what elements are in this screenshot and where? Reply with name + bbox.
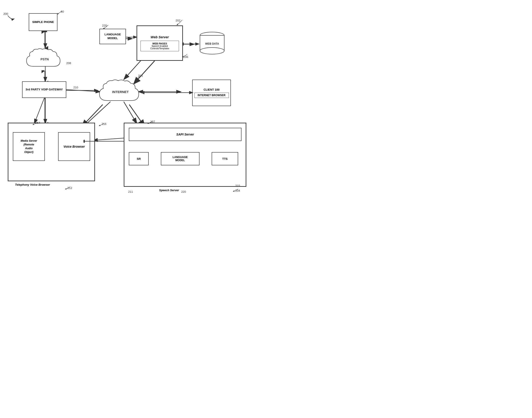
webserver-webdata-arrow — [182, 42, 200, 46]
sr-label: SR — [137, 157, 141, 161]
lm-webserver-arrow — [125, 35, 138, 39]
speech-server-container: SAPI Server SR LANGUAGEMODEL TTS — [124, 123, 246, 187]
ref-207-arrow — [147, 120, 153, 125]
web-server-box: Web Server WEB PAGES Speech Enabled Cont… — [136, 25, 183, 61]
svg-text:INTERNET: INTERNET — [112, 90, 129, 94]
ref-202-arrow — [176, 19, 183, 26]
ref-210: 210 — [73, 86, 78, 89]
voip-gateway-box: 3rd PARTY VOIP GATEWAY — [22, 81, 66, 98]
ref-220-arrow — [102, 24, 110, 30]
speech-server-label: Speech Server — [159, 188, 179, 192]
telephony-label: Telephony Voice Browser — [15, 183, 50, 186]
tts-label: TTS — [222, 157, 228, 161]
pstn-cloud: PSTN — [24, 47, 65, 71]
ref-204-arrow — [232, 188, 238, 193]
ref-206-arrow — [181, 53, 188, 58]
ref-214-arrow — [32, 121, 38, 126]
svg-text:PSTN: PSTN — [40, 58, 49, 61]
ref-220-bottom: 220 — [181, 190, 186, 193]
internet-browser-label: INTERNET BROWSER — [198, 94, 226, 97]
language-model-inner-box: LANGUAGEMODEL — [161, 152, 200, 165]
media-server-box: Media Server(RemoteAudioObject) — [13, 132, 45, 161]
tts-box: TTS — [212, 152, 238, 165]
controls-templates-label: Controls/Templates — [143, 47, 176, 50]
internet-cloud: INTERNET — [97, 79, 144, 105]
sapi-server-box: SAPI Server — [129, 128, 241, 141]
voice-browser-label: Voice Browser — [63, 145, 85, 148]
language-model-inner-label: LANGUAGEMODEL — [172, 156, 188, 162]
ref-200-arrow — [7, 14, 15, 21]
web-data-cylinder: WEB DATA — [199, 31, 225, 55]
voice-browser-box: Voice Browser — [58, 132, 90, 161]
ref-212-arrow — [64, 186, 71, 191]
speech-enabled-label: Speech Enabled — [143, 45, 176, 47]
voip-gateway-label: 3rd PARTY VOIP GATEWAY — [26, 88, 63, 92]
sr-box: SR — [129, 152, 149, 165]
phone-pstn-arrow — [42, 31, 48, 49]
sapi-server-label: SAPI Server — [176, 133, 194, 136]
internet-client-arrow — [143, 90, 193, 95]
web-server-title: Web Server — [151, 35, 169, 39]
voip-internet-arrow — [66, 87, 99, 93]
media-server-label: Media Server(RemoteAudioObject) — [21, 139, 37, 154]
simple-phone-box: SIMPLE PHONE — [29, 13, 57, 31]
language-model-label: LANGUAGE MODEL — [100, 33, 125, 40]
client-100-label: CLIENT 100 — [204, 88, 219, 91]
client-box: CLIENT 100 INTERNET BROWSER — [192, 80, 231, 106]
ref-80-arrow — [56, 10, 63, 15]
ref-216-arrow — [98, 122, 104, 127]
voip-telephony-arrow — [42, 97, 48, 125]
architecture-diagram: 200 SIMPLE PHONE 80 PSTN — [0, 0, 266, 209]
web-pages-label: WEB PAGES — [143, 42, 176, 45]
telephony-container: Media Server(RemoteAudioObject) Voice Br… — [8, 123, 95, 181]
svg-text:WEB DATA: WEB DATA — [205, 42, 219, 45]
internet-browser-inner: INTERNET BROWSER — [194, 93, 229, 98]
ref-211: 211 — [128, 190, 133, 193]
language-model-box: LANGUAGE MODEL — [99, 29, 126, 44]
ref-222: 222 — [235, 184, 240, 187]
ref-205-arrow — [135, 75, 141, 80]
simple-phone-label: SIMPLE PHONE — [32, 20, 54, 24]
svg-point-33 — [200, 47, 224, 54]
ref-208: 208 — [66, 61, 71, 65]
